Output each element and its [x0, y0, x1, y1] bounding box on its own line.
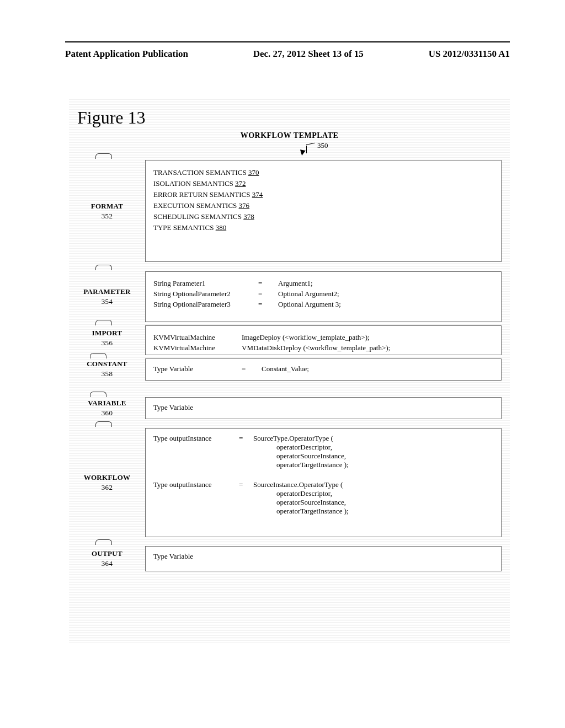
format-l3: ERROR RETURN SEMANTICS 374 — [153, 190, 493, 199]
param-r3: String OptionalParameter3 = Optional Arg… — [153, 300, 493, 309]
const-r1: Type Variable = Constant_Value; — [153, 365, 493, 373]
header-left: Patent Application Publication — [65, 49, 188, 60]
format-l2: ISOLATION SEMANTICS 372 — [153, 179, 493, 188]
header-center: Dec. 27, 2012 Sheet 13 of 15 — [253, 49, 364, 60]
tick-constant — [90, 353, 106, 358]
param-r2: String OptionalParameter2 = Optional Arg… — [153, 290, 493, 298]
format-l4: EXECUTION SEMANTICS 376 — [153, 201, 493, 210]
box-variable: Type Variable — [145, 397, 502, 419]
row-output: OUTPUT 364 Type Variable — [69, 546, 502, 571]
workflow-template-title: WORKFLOW TEMPLATE — [241, 131, 339, 140]
label-constant: CONSTANT 358 — [69, 358, 145, 381]
row-constant: CONSTANT 358 Type Variable = Constant_Va… — [69, 358, 502, 381]
label-output: OUTPUT 364 — [69, 546, 145, 571]
label-variable-text: VARIABLE — [69, 399, 145, 408]
label-output-ref: 364 — [69, 559, 145, 568]
label-format-ref: 352 — [69, 212, 145, 221]
label-workflow-text: WORKFLOW — [69, 473, 145, 482]
box-import: KVMVirtualMachine ImageDeploy (<workflow… — [145, 325, 502, 355]
row-import: IMPORT 356 KVMVirtualMachine ImageDeploy… — [69, 325, 502, 355]
row-parameter: PARAMETER 354 String Parameter1 = Argume… — [69, 271, 502, 322]
arrow-head-350 — [299, 149, 306, 156]
header-rule — [65, 41, 510, 42]
param-r1: String Parameter1 = Argument1; — [153, 279, 493, 288]
figure-container: Figure 13 WORKFLOW TEMPLATE 350 FORMAT 3… — [69, 99, 510, 643]
figure-title: Figure 13 — [77, 108, 146, 128]
tick-output — [95, 539, 112, 545]
label-constant-text: CONSTANT — [69, 360, 145, 368]
box-workflow: Type outputInstance = SourceType.Operato… — [145, 428, 502, 537]
page-header: Patent Application Publication Dec. 27, … — [65, 49, 510, 60]
tick-format — [95, 153, 112, 159]
label-format: FORMAT 352 — [69, 160, 145, 262]
row-variable: VARIABLE 360 Type Variable — [69, 397, 502, 419]
box-parameter: String Parameter1 = Argument1; String Op… — [145, 271, 502, 322]
label-parameter: PARAMETER 354 — [69, 271, 145, 322]
label-import: IMPORT 356 — [69, 325, 145, 355]
format-l6: TYPE SEMANTICS 380 — [153, 223, 493, 232]
variable-text: Type Variable — [153, 403, 193, 411]
label-parameter-text: PARAMETER — [69, 287, 145, 296]
box-constant: Type Variable = Constant_Value; — [145, 358, 502, 381]
wf-block-1: Type outputInstance = SourceType.Operato… — [153, 434, 493, 469]
label-constant-ref: 358 — [69, 370, 145, 378]
row-workflow: WORKFLOW 362 Type outputInstance = Sourc… — [69, 428, 502, 537]
label-import-text: IMPORT — [69, 329, 145, 338]
label-format-text: FORMAT — [69, 202, 145, 211]
tick-import — [95, 320, 112, 325]
ref-350: 350 — [317, 141, 328, 150]
import-r2: KVMVirtualMachine VMDataDiskDeploy (<wor… — [153, 344, 493, 352]
label-variable: VARIABLE 360 — [69, 397, 145, 419]
output-text: Type Variable — [153, 552, 193, 560]
tick-parameter — [95, 265, 112, 270]
wf-block-2: Type outputInstance = SourceInstance.Ope… — [153, 480, 493, 516]
tick-workflow — [95, 421, 112, 427]
content-area: FORMAT 352 TRANSACTION SEMANTICS 370 ISO… — [69, 160, 510, 637]
header-right: US 2012/0331150 A1 — [429, 49, 510, 60]
label-variable-ref: 360 — [69, 409, 145, 417]
box-format: TRANSACTION SEMANTICS 370 ISOLATION SEMA… — [145, 160, 502, 262]
box-output: Type Variable — [145, 546, 502, 571]
label-parameter-ref: 354 — [69, 297, 145, 306]
arrow-350 — [304, 144, 315, 158]
tick-variable — [90, 392, 106, 397]
label-output-text: OUTPUT — [69, 549, 145, 558]
format-l1: TRANSACTION SEMANTICS 370 — [153, 168, 493, 177]
format-l5: SCHEDULING SEMANTICS 378 — [153, 212, 493, 221]
row-format: FORMAT 352 TRANSACTION SEMANTICS 370 ISO… — [69, 160, 502, 262]
label-workflow: WORKFLOW 362 — [69, 428, 145, 537]
import-r1: KVMVirtualMachine ImageDeploy (<workflow… — [153, 333, 493, 342]
label-workflow-ref: 362 — [69, 483, 145, 492]
label-import-ref: 356 — [69, 339, 145, 347]
